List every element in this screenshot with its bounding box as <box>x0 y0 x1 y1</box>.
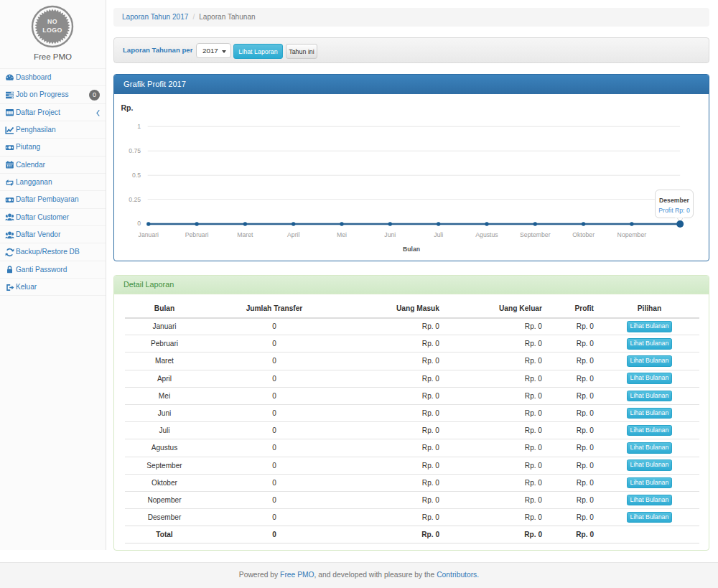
svg-text:LOGO: LOGO <box>42 27 62 34</box>
svg-text:Maret: Maret <box>237 231 253 238</box>
svg-text:Pebruari: Pebruari <box>185 231 209 238</box>
svg-text:Oktober: Oktober <box>572 231 595 238</box>
svg-text:Desember: Desember <box>659 197 690 204</box>
svg-text:Nopember: Nopember <box>617 231 647 238</box>
svg-text:0.5: 0.5 <box>132 172 141 179</box>
svg-text:1: 1 <box>137 123 141 130</box>
svg-text:September: September <box>520 231 551 238</box>
svg-text:Bulan: Bulan <box>403 246 420 253</box>
svg-text:0.75: 0.75 <box>129 147 141 154</box>
svg-text:Januari: Januari <box>139 231 159 238</box>
svg-text:0.25: 0.25 <box>129 196 141 203</box>
svg-text:Juli: Juli <box>434 231 443 238</box>
svg-text:Juni: Juni <box>384 231 396 238</box>
svg-text:0: 0 <box>137 220 141 227</box>
svg-text:Profit Rp: 0: Profit Rp: 0 <box>658 207 690 214</box>
svg-text:Mei: Mei <box>337 231 347 238</box>
svg-text:Rp.: Rp. <box>121 103 133 112</box>
svg-text:Agustus: Agustus <box>475 231 498 238</box>
svg-text:April: April <box>287 231 299 238</box>
svg-text:NO: NO <box>47 18 57 25</box>
